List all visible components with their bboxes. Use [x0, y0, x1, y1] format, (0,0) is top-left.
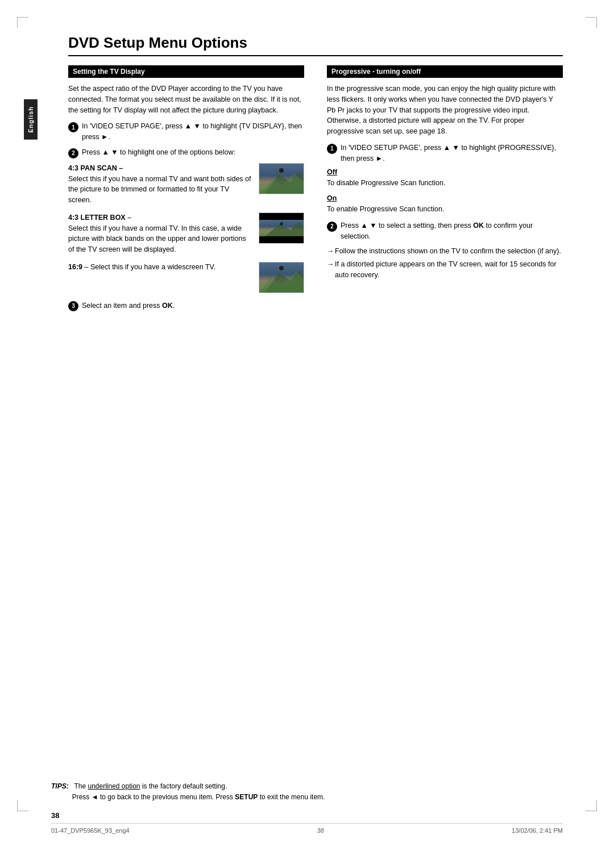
off-title: Off	[327, 168, 563, 176]
right-step-2-content: Press ▲ ▼ to select a setting, then pres…	[341, 220, 563, 242]
left-section-header: Setting the TV Display	[68, 65, 304, 78]
step-3-content: Select an item and press OK.	[82, 302, 175, 310]
left-column: Setting the TV Display Set the aspect ra…	[68, 65, 304, 311]
letter-box-inner	[259, 220, 304, 236]
left-intro-text: Set the aspect ratio of the DVD Player a…	[68, 84, 304, 115]
right-arrow-2: If a distorted picture appears on the TV…	[327, 259, 563, 281]
widescreen-svg	[259, 262, 304, 293]
footer-bar: 01-47_DVP5965K_93_eng4 38 13/02/06, 2:41…	[51, 823, 563, 834]
footer-center: 38	[317, 827, 324, 834]
right-step-2-number: 2	[327, 222, 337, 232]
left-step-1: 1 In 'VIDEO SETUP PAGE', press ▲ ▼ to hi…	[68, 121, 304, 143]
on-section: On To enable Progressive Scan function.	[327, 194, 563, 215]
content-columns: Setting the TV Display Set the aspect ra…	[68, 65, 563, 311]
right-arrow-1: Follow the instructions shown on the TV …	[327, 246, 563, 257]
right-step-1-number: 1	[327, 144, 337, 154]
step-2-number: 2	[68, 148, 78, 158]
letter-box-title: 4:3 LETTER BOX	[68, 214, 126, 222]
page-number: 38	[51, 811, 59, 820]
pan-scan-text: 4:3 PAN SCAN – Select this if you have a…	[68, 163, 259, 206]
widescreen-text: 16:9 – Select this if you have a widescr…	[68, 262, 259, 273]
pan-scan-thumbnail	[259, 163, 304, 194]
letter-box-option: 4:3 LETTER BOX – Select this if you have…	[68, 212, 304, 255]
on-text: To enable Progressive Scan function.	[327, 204, 563, 215]
widescreen-option: 16:9 – Select this if you have a widescr…	[68, 262, 304, 293]
off-section: Off To disable Progressive Scan function…	[327, 168, 563, 189]
off-text: To disable Progressive Scan function.	[327, 178, 563, 189]
right-section-header: Progressive - turning on/off	[327, 65, 563, 78]
tips-label: TIPS:	[51, 782, 69, 790]
letter-box-text: 4:3 LETTER BOX – Select this if you have…	[68, 212, 259, 255]
letter-box-svg	[259, 219, 304, 236]
left-step-2: 2 Press ▲ ▼ to highlight one of the opti…	[68, 147, 304, 158]
corner-mark-bl	[17, 800, 28, 811]
left-step-3: 3 Select an item and press OK.	[68, 300, 304, 311]
svg-marker-2	[265, 222, 304, 236]
tips-underline-text: underlined option	[88, 782, 140, 790]
pan-scan-svg	[259, 163, 304, 194]
widescreen-title: 16:9	[68, 263, 82, 271]
tips-line2: Press ◄ to go back to the previous menu …	[51, 792, 563, 803]
pan-scan-option: 4:3 PAN SCAN – Select this if you have a…	[68, 163, 304, 206]
footer-right: 13/02/06, 2:41 PM	[512, 827, 563, 834]
letter-box-thumbnail	[259, 212, 304, 244]
step-3-number: 3	[68, 301, 78, 311]
on-title: On	[327, 194, 563, 202]
sidebar-language-tab: English	[24, 99, 38, 140]
footer-left: 01-47_DVP5965K_93_eng4	[51, 827, 130, 834]
widescreen-thumbnail	[259, 262, 304, 293]
tips-line1: TIPS: The underlined option is the facto…	[51, 781, 563, 792]
corner-mark-br	[586, 800, 597, 811]
tips-section: TIPS: The underlined option is the facto…	[51, 781, 563, 803]
right-intro-text: In the progressive scan mode, you can en…	[327, 84, 563, 137]
right-step-2: 2 Press ▲ ▼ to select a setting, then pr…	[327, 220, 563, 242]
right-step-1-content: In 'VIDEO SETUP PAGE', press ▲ ▼ to high…	[341, 143, 563, 164]
corner-mark-tl	[17, 17, 28, 28]
step-1-content: In 'VIDEO SETUP PAGE', press ▲ ▼ to high…	[82, 121, 304, 143]
step-2-content: Press ▲ ▼ to highlight one of the option…	[82, 147, 304, 158]
corner-mark-tr	[586, 17, 597, 28]
page-title: DVD Setup Menu Options	[68, 34, 563, 56]
pan-scan-title: 4:3 PAN SCAN –	[68, 164, 123, 172]
right-column: Progressive - turning on/off In the prog…	[327, 65, 563, 311]
step-1-number: 1	[68, 122, 78, 132]
right-step-1: 1 In 'VIDEO SETUP PAGE', press ▲ ▼ to hi…	[327, 143, 563, 164]
